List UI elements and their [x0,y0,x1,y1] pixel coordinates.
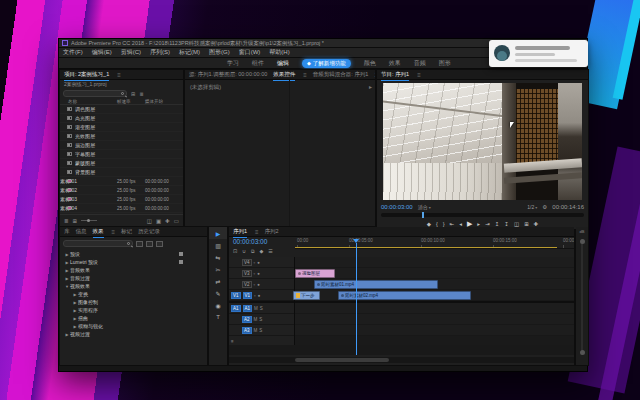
solo-button[interactable]: S [259,328,262,333]
source-patch-V4[interactable] [231,259,240,266]
panel-menu-icon[interactable]: ≡ [417,72,421,78]
timeline-ruler[interactable]: 00:0000:00:05:0000:00:10:0000:00:15:0000… [295,237,574,249]
project-item-row[interactable]: 光效图层 [60,132,183,141]
program-scrubber[interactable] [381,213,584,217]
pen-tool[interactable]: ✎ [209,287,227,299]
source-patch-V2[interactable] [231,281,240,288]
meters-scrollbar-track[interactable] [581,239,583,355]
workspace-tab-图形[interactable]: 图形 [439,59,451,68]
timeline-clip[interactable]: 延时素材01.mp4 [314,280,438,289]
effects-tree-item[interactable]: ▶模糊与锐化 [60,322,207,330]
eye-icon[interactable]: ● [257,271,260,276]
menu-item-1[interactable]: 编辑(E) [92,48,112,57]
workspace-tab-颜色[interactable]: 颜色 [364,59,376,68]
mute-button[interactable]: M [254,306,258,311]
whats-new-coachmark[interactable]: ◆了解新增功能 [302,59,351,68]
lock-icon[interactable]: ▫ [254,271,256,276]
project-item-row[interactable]: 渐变图层 [60,123,183,132]
timeline-timecode[interactable]: 00:00:03:00 [233,238,267,245]
project-item-row[interactable]: 素材 0125.00 fps00:00:00:00 [60,177,183,186]
workspace-tab-组件[interactable]: 组件 [252,59,264,68]
project-item-row[interactable]: 高光图层 [60,114,183,123]
scrollbar-handle[interactable] [295,358,389,362]
effects-tree-item[interactable]: ▶预设 [60,250,207,258]
razor-tool[interactable]: ✂ [209,263,227,275]
selection-tool[interactable]: ▶ [209,227,227,239]
workspace-tab-音频[interactable]: 音频 [414,59,426,68]
icon-view-icon[interactable]: ⊞ [131,91,135,97]
lock-icon[interactable]: ▫ [254,282,256,287]
scrubber-playhead[interactable] [422,212,424,218]
project-breadcrumb[interactable]: 2案例练习_1.prproj [64,81,107,87]
new-bin-icon[interactable]: ▣ [156,218,161,224]
effects-tree-item[interactable]: ▶变换 [60,290,207,298]
menu-item-5[interactable]: 图形(G) [209,48,230,57]
video-lane-V4[interactable] [295,257,574,268]
menu-item-2[interactable]: 剪辑(C) [121,48,141,57]
zoom-level-dropdown[interactable]: 适合 [418,204,431,210]
list-view-toggle-icon[interactable]: ≣ [64,218,69,224]
menu-item-6[interactable]: 窗口(W) [239,48,261,57]
video-lane-V3[interactable] [295,268,574,279]
tab-sequence-序列2[interactable]: 序列2 [265,228,279,235]
program-video-frame[interactable] [383,83,582,200]
track-target-V2[interactable]: V2 [242,281,252,288]
find-icon[interactable]: ◫ [147,218,152,224]
menu-item-0[interactable]: 文件(F) [63,48,83,57]
yuv-effects-filter-icon[interactable] [156,241,163,247]
effects-tree-item[interactable]: ▶Lumetri 预设 [60,258,207,266]
lock-icon[interactable]: ▫ [254,293,256,298]
project-item-row[interactable]: 蒙版图层 [60,159,183,168]
tab-ec[interactable]: 源: 序列1.调整图层: 00:00:00:00 [189,71,267,78]
source-patch-V3[interactable] [231,270,240,277]
effects-tree-item[interactable]: ▶音频效果 [60,266,207,274]
mute-button[interactable]: M [254,317,258,322]
tab-信息[interactable]: 信息 [76,228,87,235]
playhead-line[interactable] [356,243,357,355]
panel-menu-icon[interactable]: ≡ [112,229,116,235]
track-target-A1[interactable]: A1 [243,305,253,312]
tab-历史记录[interactable]: 历史记录 [138,228,160,235]
tab-ec[interactable]: 音频剪辑混合器: 序列1 [313,71,369,78]
tab-效果[interactable]: 效果 [93,228,104,235]
project-item-row[interactable]: 背景图层 [60,168,183,177]
menu-item-4[interactable]: 标记(M) [179,48,200,57]
effects-tree-item[interactable]: ▶音频过渡 [60,274,207,282]
solo-button[interactable]: S [260,306,263,311]
playback-resolution-dropdown[interactable]: 1/2 [527,204,537,210]
32bit-effects-filter-icon[interactable] [146,241,153,247]
panel-menu-icon[interactable]: ≡ [117,72,121,78]
delete-icon[interactable]: ▭ [174,218,179,224]
audio-lane-A2[interactable] [295,314,574,325]
source-patch-A3[interactable] [231,327,240,334]
new-item-icon[interactable]: ✚ [165,218,170,224]
track-target-V4[interactable]: V4 [242,259,252,266]
track-select-tool[interactable]: ▥ [209,239,227,251]
solo-button[interactable]: S [259,317,262,322]
project-column-headers[interactable]: 名称 帧速率 媒体开始 [60,98,183,105]
panel-menu-icon[interactable]: ≡ [255,229,259,235]
menu-item-3[interactable]: 序列(S) [150,48,170,57]
workspace-tab-学习[interactable]: 学习 [227,59,239,68]
linked-selection-icon[interactable]: ⧉ [251,248,255,255]
thumbnail-zoom-slider[interactable] [81,220,97,221]
effects-tree-item[interactable]: ▶扭曲 [60,314,207,322]
source-patch-A2[interactable] [231,316,240,323]
notification-popup[interactable] [489,40,588,67]
tab-标记[interactable]: 标记 [121,228,132,235]
tab-sequence-序列1[interactable]: 序列1 [233,228,247,235]
scrollbar-top-handle[interactable] [580,239,585,244]
effects-search-input[interactable] [63,240,133,247]
timeline-clip[interactable]: 延时素材02.mp4 [338,291,471,300]
workspace-tab-编辑[interactable]: 编辑 [277,59,289,68]
panel-menu-icon[interactable]: ≡ [303,72,307,78]
lock-icon[interactable]: ▫ [254,260,256,265]
scrollbar-bottom-handle[interactable] [580,350,585,355]
effects-tree-item[interactable]: ▶图像控制 [60,298,207,306]
audio-lane-A3[interactable] [295,325,574,336]
eye-icon[interactable]: ● [257,260,260,265]
type-tool[interactable]: T [209,311,227,323]
project-item-row[interactable]: 字幕图层 [60,150,183,159]
project-item-row[interactable]: 调色图层 [60,105,183,114]
settings-gear-icon[interactable]: ⚙ [542,204,547,210]
